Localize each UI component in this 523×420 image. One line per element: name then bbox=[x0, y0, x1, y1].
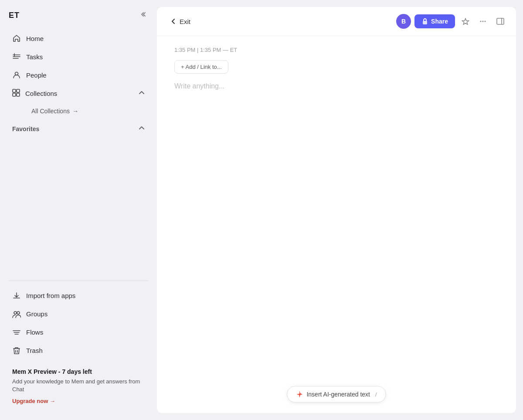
exit-label: Exit bbox=[180, 18, 190, 25]
trash-icon bbox=[12, 346, 21, 355]
person-icon bbox=[12, 71, 21, 79]
sidebar-item-home-label: Home bbox=[26, 35, 44, 42]
main-content: Exit B Share bbox=[157, 0, 523, 420]
svg-rect-8 bbox=[17, 93, 20, 96]
editor-container: Exit B Share bbox=[157, 7, 516, 413]
share-label: Share bbox=[431, 18, 448, 25]
svg-point-15 bbox=[480, 21, 482, 22]
svg-point-17 bbox=[485, 21, 486, 22]
upgrade-box: Mem X Preview - 7 days left Add your kno… bbox=[5, 363, 152, 410]
toolbar-left: Exit bbox=[166, 15, 195, 28]
sidebar-item-groups[interactable]: Groups bbox=[3, 305, 153, 323]
add-link-button[interactable]: + Add / Link to... bbox=[174, 60, 228, 74]
more-options-button[interactable] bbox=[476, 14, 490, 28]
collections-icon bbox=[12, 89, 20, 98]
ai-insert-label: Insert AI-generated text bbox=[306, 391, 370, 398]
import-icon bbox=[12, 291, 21, 300]
ai-slash-label: / bbox=[375, 391, 377, 398]
editor-timestamp: 1:35 PM | 1:35 PM — ET bbox=[174, 47, 499, 53]
all-collections-arrow: → bbox=[72, 108, 78, 115]
ai-insert-button[interactable]: Insert AI-generated text / bbox=[287, 386, 386, 403]
collapse-icon bbox=[140, 10, 148, 18]
all-collections-label: All Collections bbox=[31, 108, 70, 115]
panel-toggle-button[interactable] bbox=[493, 14, 507, 28]
svg-rect-6 bbox=[17, 89, 20, 92]
sidebar: ET Home bbox=[0, 0, 157, 420]
svg-rect-14 bbox=[423, 21, 427, 24]
favorites-label: Favorites bbox=[12, 125, 39, 132]
home-icon bbox=[12, 34, 21, 43]
collections-chevron-up-icon bbox=[139, 90, 145, 97]
sidebar-item-people[interactable]: People bbox=[3, 66, 153, 84]
exit-button[interactable]: Exit bbox=[166, 15, 195, 28]
groups-icon bbox=[12, 310, 21, 318]
panel-icon bbox=[496, 17, 504, 25]
sidebar-item-import-label: Import from apps bbox=[26, 292, 75, 299]
sidebar-item-favorites[interactable]: Favorites bbox=[3, 121, 153, 137]
upgrade-description: Add your knowledge to Mem and get answer… bbox=[12, 378, 145, 393]
sidebar-item-flows-label: Flows bbox=[26, 329, 43, 336]
sidebar-item-groups-label: Groups bbox=[26, 310, 48, 318]
back-arrow-icon bbox=[170, 18, 177, 25]
upgrade-now-link[interactable]: Upgrade now → bbox=[12, 398, 145, 404]
sidebar-top: ET bbox=[0, 0, 157, 25]
tasks-icon bbox=[12, 52, 21, 61]
ellipsis-icon bbox=[479, 17, 487, 25]
editor-toolbar: Exit B Share bbox=[157, 7, 516, 36]
svg-point-11 bbox=[17, 312, 20, 314]
svg-rect-18 bbox=[497, 18, 504, 24]
sidebar-nav: Home Tasks People bbox=[0, 25, 157, 275]
share-button[interactable]: Share bbox=[414, 14, 455, 28]
sidebar-item-flows[interactable]: Flows bbox=[3, 324, 153, 341]
add-link-label: + Add / Link to... bbox=[181, 64, 222, 70]
sidebar-item-collections-label: Collections bbox=[25, 90, 57, 97]
flows-icon bbox=[12, 328, 21, 337]
upgrade-title: Mem X Preview - 7 days left bbox=[12, 368, 145, 375]
favorite-button[interactable] bbox=[458, 14, 472, 28]
svg-rect-7 bbox=[13, 93, 16, 96]
collections-sub-list: All Collections → bbox=[3, 102, 153, 120]
sidebar-item-import[interactable]: Import from apps bbox=[3, 287, 153, 305]
editor-placeholder: Write anything... bbox=[174, 82, 499, 90]
ai-insert-bar: Insert AI-generated text / bbox=[287, 386, 386, 403]
sidebar-item-tasks-label: Tasks bbox=[26, 53, 43, 61]
sidebar-item-tasks[interactable]: Tasks bbox=[3, 48, 153, 65]
svg-point-10 bbox=[14, 312, 17, 314]
sidebar-item-all-collections[interactable]: All Collections → bbox=[26, 104, 153, 118]
ai-sparkle-icon bbox=[296, 391, 303, 398]
sidebar-item-collections[interactable]: Collections bbox=[3, 85, 153, 102]
favorites-section: Favorites bbox=[3, 121, 153, 137]
collections-section: Collections All Collections → bbox=[3, 85, 153, 120]
sidebar-item-home[interactable]: Home bbox=[3, 30, 153, 47]
star-icon bbox=[462, 17, 469, 25]
lock-icon bbox=[421, 18, 428, 25]
svg-point-16 bbox=[482, 21, 484, 22]
favorites-chevron-up-icon bbox=[139, 125, 145, 132]
sidebar-item-trash[interactable]: Trash bbox=[3, 342, 153, 359]
svg-rect-5 bbox=[13, 89, 16, 92]
user-avatar-button[interactable]: B bbox=[396, 14, 411, 29]
sidebar-divider bbox=[9, 281, 148, 281]
avatar-initials: B bbox=[401, 18, 406, 25]
sidebar-item-people-label: People bbox=[26, 71, 47, 79]
editor-body[interactable]: 1:35 PM | 1:35 PM — ET + Add / Link to..… bbox=[157, 36, 516, 413]
toolbar-right: B Share bbox=[396, 14, 507, 29]
collapse-sidebar-button[interactable] bbox=[139, 9, 150, 22]
app-logo: ET bbox=[9, 11, 20, 20]
sidebar-bottom: Import from apps Groups bbox=[0, 286, 157, 420]
sidebar-item-trash-label: Trash bbox=[26, 347, 43, 354]
